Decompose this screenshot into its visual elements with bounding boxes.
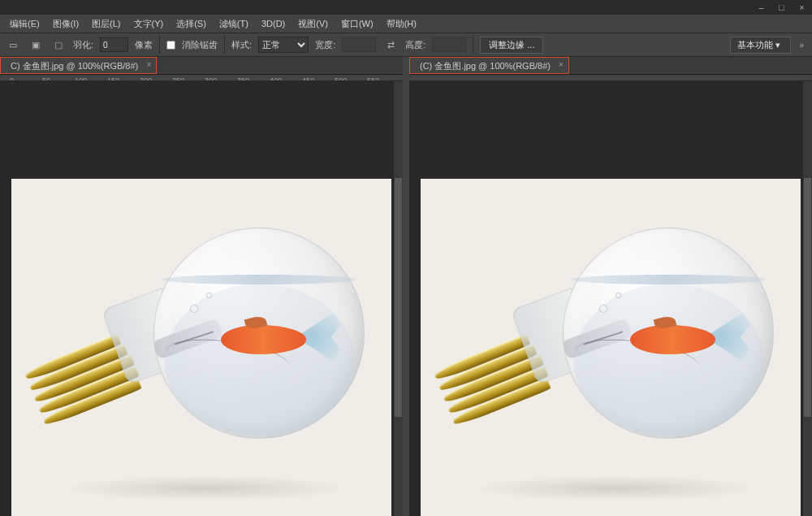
maximize-button[interactable]: □ xyxy=(771,0,792,15)
window-controls: – □ × xyxy=(0,0,812,15)
menu-filter[interactable]: 滤镜(T) xyxy=(213,16,255,32)
menu-edit[interactable]: 编辑(E) xyxy=(3,16,46,32)
expand-panels-icon[interactable]: » xyxy=(796,41,807,50)
antialias-checkbox[interactable] xyxy=(166,41,175,50)
document-tab[interactable]: (C) 金鱼图.jpg @ 100%(RGB/8#) × xyxy=(409,57,569,74)
refine-edge-button[interactable]: 调整边缘 ... xyxy=(480,37,543,54)
tab-bar: C) 金鱼图.jpg @ 100%(RGB/8#) × xyxy=(0,57,403,75)
horizontal-ruler: 0 50 100 150 200 250 300 350 400 450 500… xyxy=(0,75,403,81)
tab-title: (C) 金鱼图.jpg @ 100%(RGB/8#) xyxy=(420,61,551,71)
close-tab-icon[interactable]: × xyxy=(146,60,151,69)
canvas-area[interactable] xyxy=(409,81,812,516)
menu-window[interactable]: 窗口(W) xyxy=(335,16,380,32)
close-window-button[interactable]: × xyxy=(792,0,812,15)
selection-subtract-icon[interactable]: ▢ xyxy=(50,37,67,53)
style-label: 样式: xyxy=(231,39,252,51)
menu-image[interactable]: 图像(I) xyxy=(46,16,85,32)
tab-title: C) 金鱼图.jpg @ 100%(RGB/8#) xyxy=(11,61,138,71)
close-tab-icon[interactable]: × xyxy=(559,60,564,69)
menu-3d[interactable]: 3D(D) xyxy=(255,17,292,30)
style-select[interactable]: 正常 xyxy=(258,37,309,53)
horizontal-ruler xyxy=(409,75,812,81)
antialias-label: 消除锯齿 xyxy=(182,39,218,51)
document-tab[interactable]: C) 金鱼图.jpg @ 100%(RGB/8#) × xyxy=(0,57,157,74)
vertical-scrollbar[interactable] xyxy=(394,81,403,516)
divider xyxy=(473,36,473,54)
feather-unit-label: 像素 xyxy=(135,39,153,51)
menu-view[interactable]: 视图(V) xyxy=(292,16,335,32)
canvas-area[interactable] xyxy=(0,81,403,516)
documents-container: C) 金鱼图.jpg @ 100%(RGB/8#) × 0 50 100 150… xyxy=(0,57,812,516)
menu-help[interactable]: 帮助(H) xyxy=(380,16,423,32)
divider xyxy=(159,36,160,54)
vertical-scrollbar[interactable] xyxy=(803,81,812,516)
workspace-switcher[interactable]: 基本功能 xyxy=(730,37,791,54)
document-panel-left: C) 金鱼图.jpg @ 100%(RGB/8#) × 0 50 100 150… xyxy=(0,57,403,516)
menu-type[interactable]: 文字(Y) xyxy=(127,16,171,32)
options-bar: ▭ ▣ ▢ 羽化: 像素 消除锯齿 样式: 正常 宽度: ⇄ 高度: 调整边缘 … xyxy=(0,33,812,57)
menu-layer[interactable]: 图层(L) xyxy=(85,16,127,32)
swap-wh-icon[interactable]: ⇄ xyxy=(382,37,399,53)
width-input[interactable] xyxy=(342,37,376,52)
height-input[interactable] xyxy=(432,37,466,52)
minimize-button[interactable]: – xyxy=(751,0,771,15)
canvas-image xyxy=(421,179,801,516)
selection-add-icon[interactable]: ▣ xyxy=(28,37,44,53)
menu-bar: 编辑(E) 图像(I) 图层(L) 文字(Y) 选择(S) 滤镜(T) 3D(D… xyxy=(0,15,812,33)
canvas-image xyxy=(11,179,391,516)
selection-new-icon[interactable]: ▭ xyxy=(5,37,21,53)
height-label: 高度: xyxy=(405,39,425,51)
feather-label: 羽化: xyxy=(73,39,93,51)
feather-input[interactable] xyxy=(100,37,128,52)
menu-select[interactable]: 选择(S) xyxy=(170,16,213,32)
tab-bar: (C) 金鱼图.jpg @ 100%(RGB/8#) × xyxy=(409,57,812,75)
divider xyxy=(224,36,225,54)
document-panel-right: (C) 金鱼图.jpg @ 100%(RGB/8#) × xyxy=(409,57,812,516)
width-label: 宽度: xyxy=(315,39,335,51)
